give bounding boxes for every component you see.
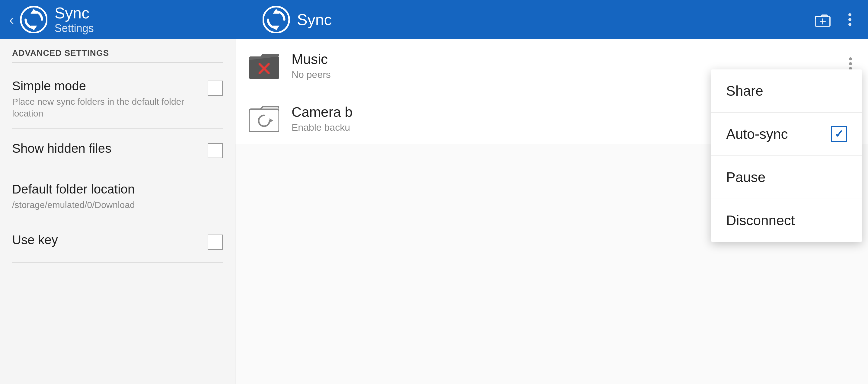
app-title-center: Sync: [297, 10, 332, 29]
settings-header-text: Sync Settings: [55, 4, 94, 34]
simple-mode-checkbox[interactable]: [208, 81, 223, 96]
svg-point-10: [848, 18, 851, 21]
svg-point-16: [849, 62, 852, 65]
main-content: ADVANCED SETTINGS Simple mode Place new …: [0, 39, 868, 384]
header-actions: [814, 10, 859, 29]
music-folder-name: Music: [291, 51, 845, 67]
default-folder-path: /storage/emulated/0/Download: [12, 199, 214, 211]
default-folder-text: Default folder location /storage/emulate…: [12, 182, 223, 211]
auto-sync-label: Auto-sync: [726, 126, 788, 142]
svg-point-15: [849, 57, 852, 60]
camera-folder-icon: [247, 102, 281, 135]
settings-panel: ADVANCED SETTINGS Simple mode Place new …: [0, 39, 236, 384]
use-key-setting[interactable]: Use key: [12, 220, 223, 263]
context-menu: Share Auto-sync ✓ Pause Disconnect: [711, 69, 862, 242]
music-folder-item: Music No peers Share Auto-sync ✓: [236, 39, 868, 92]
advanced-settings-title: ADVANCED SETTINGS: [12, 48, 223, 62]
default-folder-label: Default folder location: [12, 182, 214, 197]
auto-sync-menu-item[interactable]: Auto-sync ✓: [711, 113, 862, 156]
app-title-left: Sync: [55, 4, 94, 22]
new-folder-button[interactable]: [814, 10, 832, 29]
app-header: ‹ Sync Settings Sync: [0, 0, 868, 39]
sync-header: Sync: [245, 6, 859, 33]
simple-mode-setting[interactable]: Simple mode Place new sync folders in th…: [12, 68, 223, 128]
more-options-button[interactable]: [841, 10, 859, 29]
share-menu-item[interactable]: Share: [711, 69, 862, 113]
music-folder-icon: [247, 49, 281, 82]
use-key-label: Use key: [12, 233, 58, 247]
sync-logo-left: [20, 6, 48, 33]
simple-mode-desc: Place new sync folders in the default fo…: [12, 96, 198, 119]
back-icon[interactable]: ‹: [9, 11, 14, 28]
page-subtitle: Settings: [55, 22, 94, 35]
disconnect-label: Disconnect: [726, 212, 795, 229]
share-label: Share: [726, 83, 763, 99]
use-key-checkbox[interactable]: [208, 235, 223, 250]
svg-marker-19: [270, 118, 273, 123]
sync-folders-panel: Music No peers Share Auto-sync ✓: [236, 39, 868, 384]
show-hidden-setting[interactable]: Show hidden files: [12, 128, 223, 171]
show-hidden-checkbox[interactable]: [208, 143, 223, 158]
pause-label: Pause: [726, 169, 765, 185]
checkmark-icon: ✓: [835, 128, 843, 140]
show-hidden-label: Show hidden files: [12, 141, 112, 156]
default-folder-setting[interactable]: Default folder location /storage/emulate…: [12, 171, 223, 220]
svg-rect-18: [249, 109, 279, 132]
auto-sync-checkbox[interactable]: ✓: [831, 126, 847, 142]
simple-mode-text: Simple mode Place new sync folders in th…: [12, 79, 208, 119]
simple-mode-label: Simple mode: [12, 79, 198, 93]
svg-point-11: [848, 23, 851, 26]
pause-menu-item[interactable]: Pause: [711, 156, 862, 199]
svg-point-9: [848, 13, 851, 16]
sync-logo-center: [262, 6, 290, 33]
disconnect-menu-item[interactable]: Disconnect: [711, 199, 862, 242]
settings-header: ‹ Sync Settings: [9, 4, 245, 34]
